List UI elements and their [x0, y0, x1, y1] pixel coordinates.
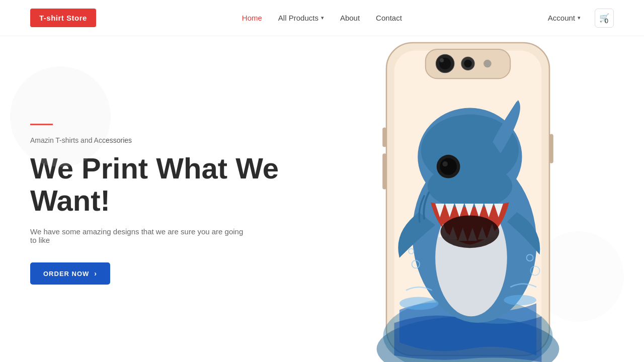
nav-contact[interactable]: Contact	[376, 14, 402, 22]
hero-product-image	[322, 36, 614, 362]
hero-section: Amazin T-shirts and Accessories We Print…	[0, 36, 644, 362]
svg-point-7	[464, 60, 472, 68]
svg-point-18	[442, 161, 447, 166]
site-logo[interactable]: T-shirt Store	[30, 9, 96, 27]
site-header: T-shirt Store Home All Products ▾ About …	[0, 0, 644, 36]
cta-arrow-icon: ›	[94, 269, 97, 278]
svg-point-33	[399, 297, 439, 310]
nav-all-products[interactable]: All Products ▾	[278, 14, 324, 22]
cart-count: 0	[605, 17, 608, 25]
svg-rect-39	[549, 134, 553, 163]
svg-point-5	[440, 58, 444, 62]
svg-point-32	[441, 215, 500, 248]
svg-point-17	[440, 158, 457, 175]
order-now-button[interactable]: ORDER NOW ›	[30, 262, 110, 285]
svg-point-34	[504, 295, 536, 306]
products-dropdown-arrow: ▾	[321, 15, 324, 21]
svg-rect-40	[382, 127, 386, 147]
svg-point-8	[484, 60, 492, 68]
nav-account[interactable]: Account ▾	[548, 14, 581, 22]
svg-rect-41	[382, 153, 386, 189]
nav-about[interactable]: About	[340, 14, 360, 22]
cart-button[interactable]: 🛒 0	[595, 9, 614, 28]
nav-home[interactable]: Home	[242, 14, 262, 22]
phone-case-svg	[322, 36, 614, 362]
bg-decoration-top	[10, 66, 111, 167]
account-dropdown-arrow: ▾	[578, 15, 581, 21]
hero-description: We have some amazing designs that we are…	[30, 227, 247, 244]
main-nav: Home All Products ▾ About Contact	[242, 14, 402, 22]
nav-right: Account ▾ 🛒 0	[548, 9, 614, 28]
